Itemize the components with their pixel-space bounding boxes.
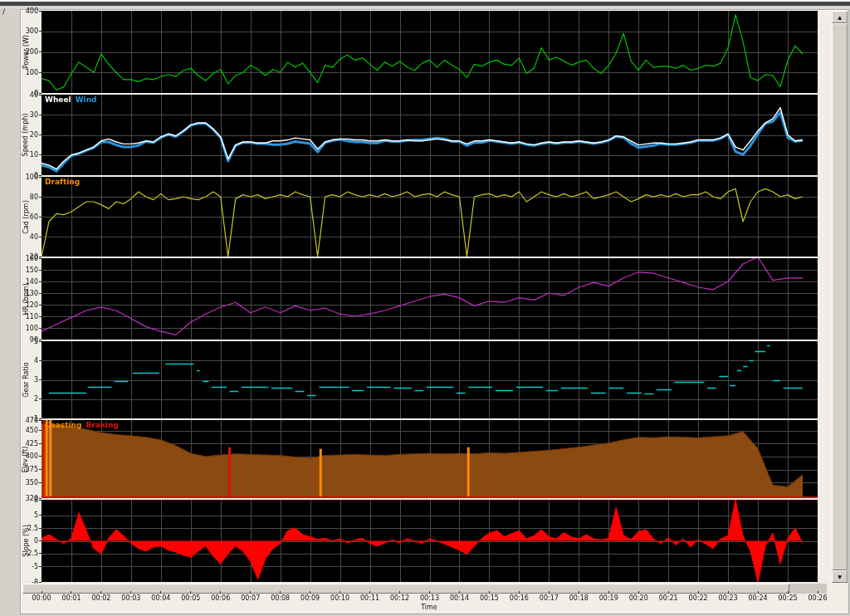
gear-plot[interactable]	[42, 341, 818, 418]
y-tick-label: 5	[23, 338, 38, 345]
x-tick-mark	[728, 591, 729, 594]
y-tick-label: 10	[23, 151, 38, 159]
scroll-up-button[interactable]: ▲	[832, 11, 848, 23]
y-tick-mark	[39, 418, 42, 419]
y-tick-label: 400	[23, 452, 38, 460]
legend-wheel: Wheel	[45, 95, 71, 104]
y-tick-label: 350	[23, 479, 38, 486]
y-tick-label: 0	[23, 537, 38, 545]
cadence-chart-row: Cad (rpm) Drafting 20406080100	[22, 177, 818, 257]
x-tick-mark	[71, 591, 71, 594]
speed-plot[interactable]	[42, 95, 818, 175]
hr-plot[interactable]	[42, 258, 818, 340]
vertical-scrollbar-thumb[interactable]	[832, 23, 848, 570]
y-tick-mark	[39, 540, 42, 541]
y-tick-label: 110	[23, 313, 38, 320]
y-tick-mark	[39, 95, 42, 95]
elevation-legend: CoastingBraking	[45, 421, 123, 429]
y-tick-mark	[39, 51, 42, 52]
x-tick-mark	[459, 591, 460, 594]
y-tick-mark	[39, 420, 42, 421]
y-tick-label: 100	[23, 325, 38, 332]
x-tick-label: 00:07	[237, 594, 265, 602]
hr-chart-row: HR (bpm) 90100110120130140150160	[22, 258, 818, 340]
y-tick-label: 200	[23, 48, 38, 56]
x-tick-label: 00:25	[774, 594, 802, 602]
y-tick-label: 450	[23, 427, 38, 434]
y-tick-mark	[39, 582, 42, 583]
legend-wind: Wind	[76, 95, 97, 104]
y-tick-mark	[39, 341, 42, 342]
power-plot[interactable]	[42, 11, 818, 93]
x-tick-mark	[369, 591, 370, 594]
x-tick-mark	[758, 591, 759, 594]
ride-analysis-window: / Power (W) 0100200300400 Speed (mph) Wh…	[0, 0, 850, 616]
x-tick-label: 00:12	[386, 594, 414, 602]
x-tick-label: 00:05	[177, 594, 205, 602]
y-tick-label: 60	[23, 213, 38, 221]
y-tick-mark	[39, 11, 42, 12]
speed-chart-row: Speed (mph) WheelWind 010203040	[22, 95, 818, 175]
x-tick-label: 00:21	[654, 594, 682, 602]
x-tick-label: 00:02	[87, 594, 115, 602]
y-tick-label: 100	[23, 69, 38, 76]
x-tick-label: 00:18	[564, 594, 593, 602]
speed-legend: WheelWind	[45, 95, 101, 104]
y-tick-mark	[39, 340, 42, 340]
x-tick-label: 00:06	[207, 594, 235, 602]
y-tick-label: 40	[23, 233, 38, 241]
x-tick-mark	[549, 591, 550, 594]
y-tick-mark	[39, 270, 42, 271]
y-tick-mark	[39, 134, 42, 135]
elevation-plot[interactable]	[42, 420, 818, 498]
slope-plot[interactable]	[42, 500, 818, 582]
top-toolbar-edge	[0, 0, 850, 8]
y-tick-mark	[39, 305, 42, 306]
y-tick-mark	[39, 217, 42, 218]
y-tick-label: 425	[23, 440, 38, 447]
y-tick-mark	[39, 398, 42, 399]
y-tick-label: 5	[23, 511, 38, 519]
y-tick-mark	[39, 498, 42, 499]
y-tick-label: 3	[23, 376, 38, 384]
y-tick-mark	[39, 360, 42, 361]
y-tick-mark	[39, 258, 42, 259]
y-tick-label: 470	[23, 417, 38, 424]
time-axis-title: Time	[413, 604, 446, 611]
x-tick-label: 00:10	[326, 594, 354, 602]
y-tick-mark	[39, 469, 42, 470]
corner-slash-text: /	[2, 7, 5, 16]
vertical-scrollbar[interactable]: ▲ ▼	[832, 11, 848, 583]
x-tick-label: 00:20	[624, 594, 652, 602]
y-tick-mark	[39, 482, 42, 483]
x-tick-mark	[250, 591, 251, 594]
y-tick-mark	[39, 115, 42, 115]
y-tick-label: 40	[23, 91, 38, 99]
x-tick-label: 00:16	[505, 594, 533, 602]
y-tick-mark	[39, 316, 42, 317]
y-tick-label: 2.5	[23, 525, 38, 532]
x-tick-label: 00:04	[147, 594, 175, 602]
x-tick-mark	[160, 591, 161, 594]
y-tick-label: 140	[23, 278, 38, 286]
cadence-plot[interactable]	[42, 177, 818, 257]
x-tick-label: 00:13	[416, 594, 444, 602]
y-tick-mark	[39, 293, 42, 294]
y-tick-mark	[39, 257, 42, 257]
x-tick-label: 00:00	[27, 594, 56, 602]
x-tick-label: 00:14	[445, 594, 473, 602]
y-tick-mark	[39, 175, 42, 176]
scroll-down-button[interactable]: ▼	[832, 570, 848, 583]
y-tick-mark	[39, 443, 42, 444]
gear-chart-row: Gear Ratio 12345	[22, 341, 818, 418]
x-tick-mark	[100, 591, 101, 594]
y-tick-label: -2.5	[23, 550, 38, 557]
cadence-legend: Drafting	[45, 178, 84, 186]
x-tick-label: 00:17	[535, 594, 563, 602]
y-tick-label: 2	[23, 395, 38, 403]
x-tick-mark	[698, 591, 699, 594]
x-tick-mark	[220, 591, 221, 594]
x-tick-mark	[788, 591, 789, 594]
y-tick-label: 80	[23, 193, 38, 201]
y-tick-mark	[39, 456, 42, 457]
